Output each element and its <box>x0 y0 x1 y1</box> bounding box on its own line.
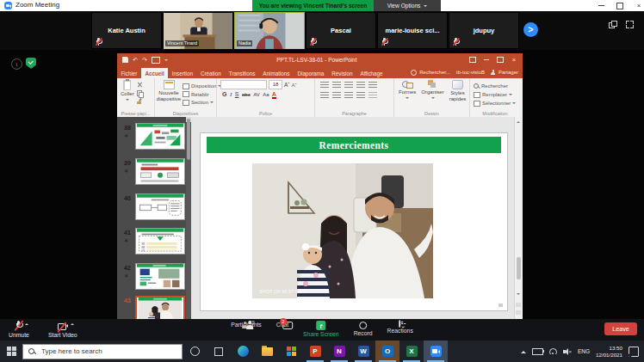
minimize-button[interactable] <box>592 0 610 11</box>
font-name-input[interactable] <box>220 80 267 89</box>
gallery-view-icon[interactable] <box>609 21 616 28</box>
slide-thumbnail-40[interactable]: 40 <box>117 193 191 224</box>
save-icon[interactable] <box>122 57 128 63</box>
undo-icon[interactable]: ↶ <box>133 57 138 64</box>
paste-button[interactable]: Coller <box>121 80 134 104</box>
slide-scrollbar[interactable] <box>514 117 523 319</box>
speaker-muted-icon[interactable]: × <box>563 348 572 355</box>
participant-tile-nadia[interactable]: Nadia <box>234 12 305 49</box>
powerpoint-taskbar-button[interactable]: P <box>303 341 327 362</box>
font-color-button[interactable]: A <box>272 92 276 99</box>
slide-thumbnail-41[interactable]: 41 ∗ <box>117 228 191 259</box>
line-spacing-button[interactable] <box>368 82 377 89</box>
scroll-thumb[interactable] <box>517 257 521 279</box>
section-button[interactable]: Section <box>183 99 221 107</box>
italic-button[interactable]: I <box>230 91 232 98</box>
tab-insertion[interactable]: Insertion <box>168 68 196 79</box>
share-screen-button[interactable]: Share Screen <box>303 321 339 337</box>
tell-me-button[interactable]: Rechercher... <box>411 70 450 76</box>
tab-creation[interactable]: Création <box>196 68 225 79</box>
security-shield-icon[interactable] <box>26 58 36 69</box>
reset-button[interactable]: Rétablir <box>183 91 221 99</box>
select-button[interactable]: Sélectionner <box>474 100 520 107</box>
microsoft-store-button[interactable] <box>279 341 303 362</box>
outlook-taskbar-button[interactable]: O <box>375 341 399 362</box>
slide-thumbnail-38[interactable]: 38 ∗ <box>117 123 191 154</box>
copy-icon[interactable] <box>137 90 143 96</box>
zoom-taskbar-button[interactable] <box>424 341 448 362</box>
slideshow-icon[interactable] <box>152 57 160 64</box>
justify-button[interactable] <box>356 92 365 99</box>
arrange-button[interactable]: Organiser <box>421 80 443 101</box>
tab-transitions[interactable]: Transitions <box>225 68 259 79</box>
maximize-button[interactable] <box>611 0 629 11</box>
file-explorer-button[interactable] <box>255 341 279 362</box>
participants-button[interactable]: 19 Participants <box>231 321 262 337</box>
fullscreen-icon[interactable] <box>626 21 634 28</box>
columns-button[interactable] <box>368 92 377 99</box>
indent-decrease-button[interactable] <box>344 82 353 89</box>
chat-button[interactable]: 2 Chat <box>276 321 288 337</box>
quick-styles-button[interactable]: Styles rapides <box>449 80 467 101</box>
redo-icon[interactable]: ↷ <box>142 57 147 64</box>
tab-accueil[interactable]: Accueil <box>141 68 168 79</box>
align-left-button[interactable] <box>320 92 329 99</box>
change-case-button[interactable]: Aa <box>263 92 269 97</box>
battery-icon[interactable] <box>532 348 543 355</box>
network-icon[interactable] <box>549 348 557 354</box>
new-slide-button[interactable]: Nouvelle diapositive <box>158 80 180 107</box>
underline-button[interactable]: S <box>235 91 239 97</box>
font-size-input[interactable]: 18 <box>269 80 282 89</box>
action-center-icon[interactable] <box>629 347 639 357</box>
align-right-button[interactable] <box>344 92 353 99</box>
numbering-button[interactable] <box>332 82 341 89</box>
tray-expand-icon[interactable] <box>521 348 526 353</box>
reactions-button[interactable]: + Reactions <box>387 321 413 337</box>
taskbar-clock[interactable]: 13:50 12/01/2021 <box>596 345 622 358</box>
ppt-restore-button[interactable] <box>493 53 507 66</box>
participant-tile-marie-louise[interactable]: marie-louise sci... <box>377 12 448 49</box>
replace-button[interactable]: Remplacer <box>474 91 520 99</box>
bold-button[interactable]: G <box>222 91 226 97</box>
tab-affichage[interactable]: Affichage <box>356 68 387 79</box>
tab-revision[interactable]: Révision <box>328 68 356 79</box>
participant-tile-jdupuy[interactable]: jdupuy <box>449 12 519 49</box>
cortana-button[interactable] <box>183 341 207 362</box>
tab-fichier[interactable]: Fichier <box>117 68 141 79</box>
start-button[interactable] <box>0 347 22 356</box>
edge-button[interactable] <box>231 341 255 362</box>
close-button[interactable]: × <box>630 0 644 11</box>
view-options-button[interactable]: View Options <box>374 0 441 11</box>
task-view-button[interactable] <box>207 341 231 362</box>
grow-font-button[interactable]: Aˆ <box>284 82 290 88</box>
onenote-taskbar-button[interactable]: N <box>327 341 351 362</box>
next-slide-button[interactable] <box>516 310 521 315</box>
slide-thumbnail-39[interactable]: 39 ∗ <box>117 158 191 189</box>
leave-button[interactable]: Leave <box>604 322 637 335</box>
record-button[interactable]: Record <box>354 321 373 337</box>
account-name[interactable]: tb-toc-visioB <box>456 70 485 75</box>
share-button[interactable]: Partager <box>491 70 518 75</box>
layout-button[interactable]: Disposition <box>183 83 221 90</box>
word-taskbar-button[interactable]: W <box>351 341 375 362</box>
scroll-up-arrow[interactable] <box>517 120 520 123</box>
search-input[interactable] <box>40 347 172 356</box>
shrink-font-button[interactable]: Aˇ <box>292 83 297 88</box>
excel-taskbar-button[interactable]: X <box>399 341 424 362</box>
shapes-button[interactable]: Formes <box>399 80 416 101</box>
mic-options-caret[interactable] <box>25 322 28 325</box>
taskbar-search[interactable] <box>22 344 183 359</box>
scroll-down-arrow[interactable] <box>517 293 520 297</box>
align-center-button[interactable] <box>332 92 341 99</box>
tab-diaporama[interactable]: Diaporama <box>294 68 328 79</box>
ppt-minimize-button[interactable] <box>480 53 493 66</box>
tab-animations[interactable]: Animations <box>259 68 294 79</box>
strikethrough-button[interactable]: abc <box>242 92 251 97</box>
participant-tile-vincent[interactable]: Vincent Tinard <box>163 12 233 49</box>
cut-icon[interactable] <box>137 82 143 88</box>
slide-thumbnail-42[interactable]: 42 ∗ <box>117 263 191 294</box>
indent-increase-button[interactable] <box>356 82 365 89</box>
find-button[interactable]: Rechercher <box>474 83 520 90</box>
language-indicator[interactable]: ENG <box>578 348 590 354</box>
slide-thumbnail-43-selected[interactable]: 43 <box>117 296 191 319</box>
